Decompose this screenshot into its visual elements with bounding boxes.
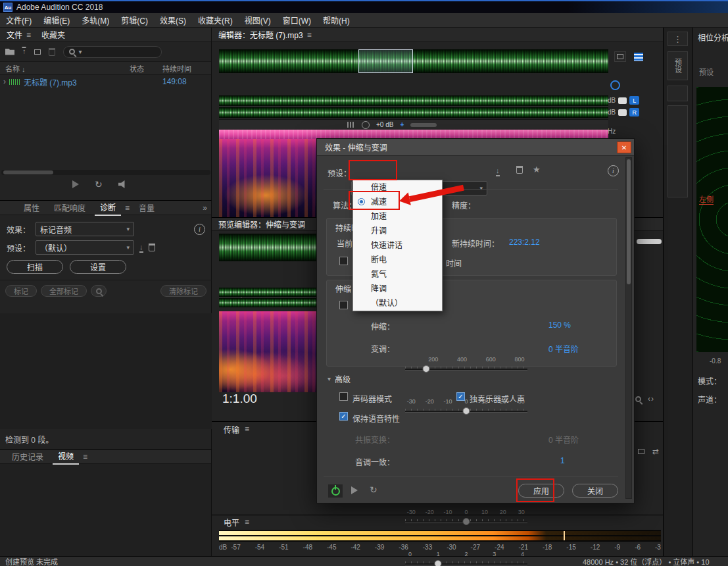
delete-preset-icon[interactable] xyxy=(149,244,155,251)
expand-icon[interactable] xyxy=(0,77,9,86)
diagnostics-preset-select[interactable]: （默认） xyxy=(36,240,134,255)
preview-waveform-left[interactable] xyxy=(219,288,316,297)
file-name[interactable]: 无标题 (7).mp3 xyxy=(24,76,77,88)
settings-button[interactable]: 设置 xyxy=(70,260,126,274)
dialog-delete-preset-icon[interactable] xyxy=(516,166,523,174)
file-row[interactable]: 无标题 (7).mp3 149:08 xyxy=(0,75,211,88)
menu-favorites[interactable]: 收藏夹(R) xyxy=(192,14,239,26)
panel-menu-icon[interactable] xyxy=(26,30,31,39)
time-icon[interactable] xyxy=(362,121,370,129)
selection-brackets-icon[interactable] xyxy=(648,394,654,403)
gain-value[interactable]: +0 dB xyxy=(376,121,393,128)
spectral-pan-strip[interactable] xyxy=(219,130,608,139)
dialog-scrollbar[interactable] xyxy=(625,157,632,499)
speaker-icon[interactable] xyxy=(118,180,128,188)
layout-toggle-icon[interactable] xyxy=(631,51,646,63)
preset-vertical-tab[interactable]: 预设 xyxy=(667,51,688,80)
loop-icon[interactable] xyxy=(95,179,103,190)
close-button[interactable]: 关闭 xyxy=(572,484,618,498)
dropdown-option[interactable]: 升调 xyxy=(353,224,442,238)
clear-markers-button[interactable]: 清除标记 xyxy=(160,285,206,297)
spot-icon[interactable] xyxy=(400,121,404,128)
menu-effects[interactable]: 效果(S) xyxy=(154,14,192,26)
delete-file-icon[interactable] xyxy=(49,48,55,56)
hud-slider[interactable] xyxy=(410,123,437,127)
tab-history[interactable]: 历史记录 xyxy=(7,449,49,464)
panel-options-icon[interactable] xyxy=(667,32,688,46)
strip-slot[interactable] xyxy=(667,86,688,101)
dropdown-option[interactable]: 断电 xyxy=(353,253,442,267)
menu-file[interactable]: 文件(F) xyxy=(0,14,37,26)
preview-loop-icon[interactable] xyxy=(370,484,377,495)
dropdown-option[interactable]: 降调 xyxy=(353,282,442,296)
dropdown-option[interactable]: 快速讲话 xyxy=(353,238,442,253)
mark-button[interactable]: 标记 xyxy=(5,285,37,297)
menu-edit[interactable]: 编辑(E) xyxy=(37,14,76,26)
swap-icon[interactable] xyxy=(652,447,659,456)
editor-waveform-left[interactable] xyxy=(219,95,608,106)
meter-icon[interactable] xyxy=(347,122,355,128)
solo-checkbox[interactable] xyxy=(456,392,465,401)
right-channel-button[interactable]: R xyxy=(629,108,639,116)
vocoder-checkbox[interactable] xyxy=(339,392,348,401)
mark-all-button[interactable]: 全部标记 xyxy=(41,285,87,297)
advanced-toggle[interactable]: 高级 xyxy=(328,373,351,384)
info-icon[interactable] xyxy=(194,224,205,235)
save-preset-icon[interactable] xyxy=(139,243,143,253)
zoom-icon[interactable] xyxy=(635,396,641,402)
link-stretch-checkbox[interactable] xyxy=(339,301,348,309)
tab-files[interactable]: 文件 xyxy=(7,29,22,40)
editor-overview-waveform[interactable] xyxy=(219,49,608,73)
menu-help[interactable]: 帮助(H) xyxy=(317,14,356,26)
effect-power-button[interactable] xyxy=(328,484,343,498)
level-meter[interactable] xyxy=(219,530,661,542)
column-duration[interactable]: 持续时间 xyxy=(162,63,191,74)
dialog-titlebar[interactable]: 效果 - 伸缩与变调 xyxy=(317,139,634,156)
levels-menu-icon[interactable] xyxy=(245,517,249,527)
clipboard-icon[interactable] xyxy=(638,449,644,454)
tab-favorites[interactable]: 收藏夹 xyxy=(41,29,65,40)
import-file-icon[interactable] xyxy=(22,47,26,57)
monitor-icon[interactable] xyxy=(610,80,620,90)
search-options-icon[interactable] xyxy=(79,48,82,55)
diagnostics-effect-select[interactable]: 标记音频 xyxy=(36,222,134,236)
dropdown-option[interactable]: 加速 xyxy=(353,209,442,224)
preview-play-icon[interactable] xyxy=(351,486,358,494)
editor-menu-icon[interactable] xyxy=(307,30,312,39)
open-file-icon[interactable] xyxy=(5,49,14,55)
preview-waveform[interactable] xyxy=(219,234,316,261)
dialog-favorite-icon[interactable] xyxy=(533,165,541,174)
dialog-close-icon[interactable] xyxy=(617,142,631,153)
dialog-info-icon[interactable] xyxy=(608,165,619,176)
speech-checkbox[interactable] xyxy=(339,412,348,421)
diagnostics-results-list[interactable] xyxy=(0,313,212,429)
preview-scrollbar[interactable] xyxy=(637,239,662,244)
find-marker-button[interactable] xyxy=(91,285,107,297)
menu-view[interactable]: 视图(V) xyxy=(239,14,277,26)
diagnostics-menu-icon[interactable] xyxy=(125,203,130,213)
scale-box[interactable] xyxy=(618,109,627,116)
preview-spectrogram[interactable] xyxy=(219,311,316,392)
scale-box[interactable] xyxy=(618,97,627,104)
coherence-slider[interactable]: 0 1 2 3 4 xyxy=(405,551,527,566)
scan-button[interactable]: 扫描 xyxy=(7,260,63,274)
editor-waveform-right[interactable] xyxy=(219,107,608,118)
tab-properties[interactable]: 属性 xyxy=(18,200,45,215)
preview-waveform-right[interactable] xyxy=(219,298,316,307)
play-icon[interactable] xyxy=(72,180,79,188)
column-status[interactable]: 状态 xyxy=(130,63,144,74)
video-menu-icon[interactable] xyxy=(83,452,87,461)
waveform-selection[interactable] xyxy=(358,49,413,73)
column-name[interactable]: 名称 ↓ xyxy=(0,63,26,74)
new-item-icon[interactable] xyxy=(34,49,41,55)
transport-menu-icon[interactable] xyxy=(245,424,249,434)
phase-scope[interactable]: 左侧 xyxy=(696,87,728,352)
dropdown-option[interactable]: 氦气 xyxy=(353,267,442,282)
strip-slot[interactable] xyxy=(667,105,688,197)
files-hscrollbar[interactable] xyxy=(1,170,210,175)
phase-preset-label[interactable]: 预设 xyxy=(692,43,728,77)
dialog-save-preset-icon[interactable] xyxy=(496,167,500,176)
menu-window[interactable]: 窗口(W) xyxy=(277,14,317,26)
tab-overflow-icon[interactable]: » xyxy=(203,203,207,213)
menu-multitrack[interactable]: 多轨(M) xyxy=(76,14,115,26)
